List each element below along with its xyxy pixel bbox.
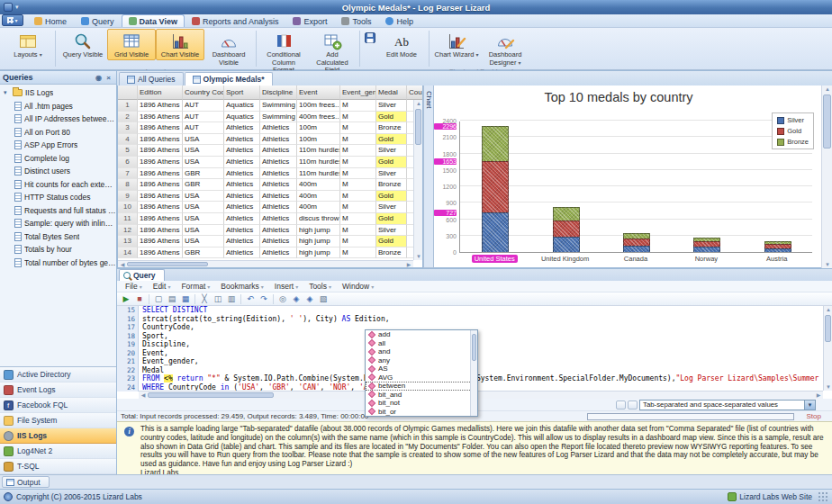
scroll-up-icon[interactable]: ▲ (414, 100, 423, 107)
document-tab-olympic-medals[interactable]: Olympic Medals* (185, 72, 273, 86)
category-log4net-2[interactable]: Log4Net 2 (0, 444, 116, 459)
menu-bookmarks[interactable]: Bookmarks▾ (215, 282, 269, 291)
query-tab[interactable]: Query (119, 269, 165, 281)
editor-horizontal-scrollbar[interactable]: ◀ ▶ (139, 391, 823, 399)
bookmark-next-button[interactable]: ◈ (303, 293, 316, 305)
category-t-sql[interactable]: T-SQL (0, 459, 116, 474)
scrollbar-thumb[interactable] (472, 334, 476, 361)
chart-wizard-button[interactable]: Chart Wizard ▾ (432, 29, 481, 60)
tree-item-complete-log[interactable]: Complete log (2, 152, 116, 166)
document-tab-all-queries[interactable]: All Queries (119, 72, 184, 86)
conditional-column-format-button[interactable]: Conditional Column Format (259, 29, 308, 76)
column-header-country-code[interactable]: Country Code (183, 86, 224, 100)
app-icon[interactable] (4, 3, 13, 12)
editor-vertical-scrollbar[interactable]: ▲ ▼ (823, 306, 832, 391)
autocomplete-item-bit-or[interactable]: bit_or (366, 408, 477, 417)
close-icon[interactable]: × (104, 73, 113, 83)
x-label-norway[interactable]: Norway (671, 255, 741, 263)
table-row[interactable]: 101896 AthensUSAAthleticsAthletics400mMS… (118, 202, 422, 213)
bar-canada[interactable] (623, 233, 650, 252)
scrollbar-thumb[interactable] (415, 109, 421, 145)
tree-item-asp-app-errors[interactable]: ASP App Errors (2, 139, 116, 152)
code-text[interactable]: FROM <% return "*" & System.IO.Path.Comb… (139, 374, 832, 383)
category-facebook-fql[interactable]: Facebook FQL (0, 398, 116, 413)
tree-item-all-ip-addresses-between-192-16[interactable]: All IP Addresses between 192.16... (2, 112, 116, 126)
paste-button[interactable]: ▥ (225, 293, 238, 305)
autocomplete-item-bit-and[interactable]: bit_and (366, 391, 477, 400)
code-text[interactable]: Event_gender, (139, 357, 199, 366)
category-event-logs[interactable]: Event Logs (0, 382, 116, 398)
scrollbar-thumb[interactable] (148, 392, 274, 398)
tree-item-all-on-port-80[interactable]: All on Port 80 (2, 126, 116, 140)
scrollbar-thumb[interactable] (127, 262, 208, 266)
content-vertical-scrollbar[interactable]: ▲ ▼ (821, 86, 832, 268)
x-label-united-states[interactable]: United States (459, 255, 529, 263)
autocomplete-item-all[interactable]: all (366, 339, 477, 348)
website-link[interactable]: Lizard Labs Web Site (739, 492, 812, 501)
legend-item-bronze[interactable]: Bronze (777, 138, 809, 146)
tree-root-iis-logs[interactable]: ▾IIS Logs (2, 86, 116, 100)
table-row[interactable]: 71896 AthensGBRAthleticsAthletics110m hu… (118, 168, 422, 180)
grid-vertical-scrollbar[interactable]: ▲ ▼ (413, 100, 422, 260)
menu-tab-export[interactable]: Export (285, 14, 334, 27)
table-row[interactable]: 51896 AthensUSAAthleticsAthletics110m hu… (118, 145, 422, 157)
legend-item-silver[interactable]: Silver (777, 116, 809, 124)
input-format-combobox[interactable]: Tab-separated and space-separated values… (639, 400, 816, 410)
category-active-directory[interactable]: Active Directory (0, 367, 116, 382)
dashboard-visible-button[interactable]: Dashboard Visible (204, 29, 253, 68)
quick-access-dropdown-icon[interactable]: ▾ (15, 4, 19, 11)
autocomplete-scrollbar[interactable] (470, 330, 477, 416)
chart-visible-button[interactable]: Chart Visible (156, 29, 204, 60)
autocomplete-item-between[interactable]: between (366, 382, 477, 391)
menu-format[interactable]: Format▾ (176, 282, 215, 291)
menu-insert[interactable]: Insert▾ (269, 282, 303, 291)
x-label-austria[interactable]: Austria (742, 255, 812, 263)
table-row[interactable]: 81896 AthensGBRAthleticsAthletics400mMBr… (118, 179, 422, 191)
application-button[interactable]: ▾ (2, 14, 23, 26)
chevron-down-icon[interactable]: ▼ (804, 400, 815, 410)
autocomplete-item-bit-not[interactable]: bit_not (366, 399, 477, 408)
grid-horizontal-scrollbar[interactable]: ◀ ▶ (118, 260, 413, 267)
resize-grip[interactable] (818, 491, 828, 502)
bookmark-toggle-button[interactable]: ◈ (290, 293, 303, 305)
column-header-cou[interactable]: Cou... (407, 86, 423, 100)
table-row[interactable]: 41896 AthensUSAAthleticsAthletics100mMGo… (118, 134, 422, 146)
query-visible-button[interactable]: Query Visible (59, 29, 107, 60)
column-header-discipline[interactable]: Discipline (260, 86, 297, 100)
tree-item-all-htm-pages[interactable]: All .htm pages (2, 100, 116, 113)
menu-tab-tools[interactable]: Tools (334, 14, 378, 27)
menu-tab-help[interactable]: Help (378, 14, 421, 27)
run-query-button[interactable]: ▶ (120, 293, 132, 305)
dashboard-designer-button[interactable]: Dashboard Designer ▾ (481, 29, 529, 68)
column-header-sport[interactable]: Sport (224, 86, 260, 100)
format-option-icon[interactable] (628, 400, 638, 410)
tree-item-http-status-codes[interactable]: HTTP Status codes (2, 191, 116, 204)
code-text[interactable]: Event, (139, 349, 168, 358)
chart-side-tab[interactable]: Chart (423, 86, 434, 268)
grid-visible-button[interactable]: Grid Visible (107, 29, 156, 60)
bar-united-states[interactable] (482, 126, 509, 252)
stop-query-button[interactable]: ■ (133, 293, 146, 305)
tree-item-totals-by-hour[interactable]: Totals by hour (2, 243, 116, 256)
open-file-button[interactable]: ▤ (166, 293, 178, 305)
menu-tab-home[interactable]: Home (27, 14, 74, 27)
stop-button[interactable]: Stop (800, 412, 828, 420)
table-row[interactable]: 131896 AthensUSAAthleticsAthleticshigh j… (118, 236, 422, 248)
table-row[interactable]: 31896 AthensAUTAthleticsAthletics100mMBr… (118, 122, 422, 134)
column-header-event-gen[interactable]: Event_gen... (340, 86, 376, 100)
code-text[interactable]: Discipline, (139, 340, 190, 349)
find-button[interactable]: ◎ (276, 293, 289, 305)
cut-button[interactable]: ╳ (198, 293, 211, 305)
code-text[interactable]: Sport, (139, 332, 168, 341)
column-header-edition[interactable]: Edition (138, 86, 183, 100)
code-text[interactable]: CountryCode, (139, 323, 194, 332)
x-label-canada[interactable]: Canada (601, 255, 671, 263)
autocomplete-item-and[interactable]: and (366, 347, 477, 356)
table-row[interactable]: 141896 AthensGBRAthleticsAthleticshigh j… (118, 248, 422, 259)
bar-united-kingdom[interactable] (553, 207, 580, 252)
table-row[interactable]: 21896 AthensAUTAquaticsSwimming400m free… (118, 112, 422, 123)
column-header-medal[interactable]: Medal (376, 86, 407, 100)
edit-mode-button[interactable]: Ab Edit Mode (377, 29, 426, 60)
code-text[interactable]: strcat(strcat(to_string(Edition), ' '), … (139, 315, 390, 324)
code-text[interactable]: SELECT DISTINCT (139, 306, 207, 315)
